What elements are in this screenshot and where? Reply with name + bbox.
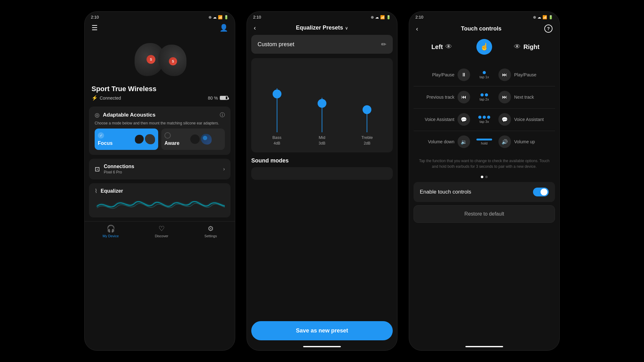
focus-mode-button[interactable]: ✓ Focus [95, 129, 158, 150]
left-prev-icon: ⏮ [458, 91, 470, 103]
preset-name: Custom preset [258, 41, 294, 48]
sound-mode-item [251, 167, 393, 180]
dot-2 [485, 176, 488, 178]
left-play-icon: ⏸ [458, 69, 470, 81]
aware-label: Aware [164, 140, 180, 146]
nav-discover[interactable]: ♡ Discover [155, 225, 168, 238]
focus-label: Focus [98, 140, 113, 146]
tap-3x-label: tap 3x [480, 120, 489, 123]
menu-icon[interactable]: ☰ [92, 24, 98, 32]
touch-back-button[interactable]: ‹ [416, 25, 418, 32]
enable-touch-toggle[interactable] [533, 188, 549, 196]
screen-touch-controls: 2:10 ⊕☁📶🔋 ‹ Touch controls ? Left 👁 [409, 11, 560, 351]
equalizer-icon: ⌇ [95, 188, 97, 195]
right-voice-label: Voice Assistant [511, 117, 555, 122]
finger-icon-wrap: ☝ [476, 39, 492, 55]
touch-col-headers: Left 👁 ☝ 👁 Right [409, 36, 559, 64]
status-icons-1: ⊕☁📶🔋 [208, 15, 229, 19]
connections-card[interactable]: ⊡ Connections Pixel 6 Pro › [89, 159, 230, 179]
aware-check [164, 132, 171, 139]
sound-modes-title: Sound modes [251, 157, 393, 164]
headphones-icon: 🎧 [107, 225, 115, 233]
sound-modes-section: Sound modes [247, 157, 397, 182]
right-col-label: Right [523, 43, 539, 51]
aware-icons [190, 134, 222, 145]
hold-indicator: hold [470, 139, 498, 145]
connections-chevron: › [223, 166, 225, 172]
connections-icon: ⊡ [95, 165, 100, 173]
eq-band-bass[interactable]: Bass 4dB [268, 64, 286, 148]
touch-header: ‹ Touch controls ? [409, 21, 559, 36]
help-icon[interactable]: ? [544, 25, 552, 33]
finger-icon: ☝ [480, 43, 489, 51]
aware-mode-button[interactable]: Aware [161, 129, 225, 150]
right-play-icon: ⏭ [498, 69, 511, 81]
status-bar-2: 2:10 ⊕☁📶🔋 [247, 12, 397, 21]
preset-card[interactable]: Custom preset ✏ [251, 35, 393, 54]
equalizer-title: Equalizer [101, 188, 123, 194]
bass-db: 4dB [274, 141, 280, 145]
focus-check: ✓ [98, 132, 104, 139]
nav-discover-label: Discover [155, 234, 168, 238]
left-col-label: Left [431, 43, 443, 51]
eq-band-treble[interactable]: Treble 2dB [358, 64, 376, 148]
earbud-right-image: S [158, 45, 186, 76]
left-vol-icon: 🔉 [458, 135, 470, 148]
save-preset-button[interactable]: Save as new preset [251, 321, 393, 340]
nav-my-device[interactable]: 🎧 My Device [103, 225, 119, 238]
left-prev-label: Previous track [414, 95, 458, 100]
right-voice-icon: 💬 [498, 113, 511, 126]
left-voice-icon: 💬 [458, 113, 470, 126]
mid-db: 3dB [319, 141, 325, 145]
info-icon[interactable]: ⓘ [220, 112, 225, 118]
right-next-label: Next track [511, 95, 555, 100]
left-vol-label: Volume down [414, 139, 458, 144]
nav-settings[interactable]: ⚙ Settings [204, 225, 217, 238]
edit-icon[interactable]: ✏ [381, 41, 386, 48]
screen-my-device: 2:10 ⊕☁📶🔋 ☰ 👤 S [84, 11, 235, 351]
touch-hint: Tap the function that you want to change… [409, 153, 559, 174]
touch-row-prev[interactable]: Previous track ⏮ tap 2x ⏭ Next track [409, 86, 559, 108]
left-col-header: Left 👁 [414, 43, 470, 55]
main-header-1: ☰ 👤 [85, 21, 235, 35]
right-ear-icon: 👁 [514, 43, 521, 51]
eq-visual[interactable]: Bass 4dB Mid 3dB Treble 2dB [251, 58, 393, 152]
device-name: Sport True Wireless [85, 85, 235, 95]
right-next-icon: ⏭ [498, 91, 511, 103]
touch-row-voice[interactable]: Voice Assistant 💬 tap 3x 💬 Voice Assista… [409, 109, 559, 130]
heart-icon: ♡ [158, 225, 165, 233]
eq-presets-title: Equalizer Presets [296, 25, 343, 31]
status-bar-1: 2:10 ⊕☁📶🔋 [85, 12, 235, 21]
tap-2x-indicator: tap 2x [470, 93, 498, 101]
acoustic-modes: ✓ Focus Aware [95, 129, 225, 150]
right-vol-label: Volume up [511, 139, 555, 144]
profile-icon[interactable]: 👤 [219, 24, 228, 32]
bottom-nav: 🎧 My Device ♡ Discover ⚙ Settings [85, 221, 235, 243]
acoustics-subtitle: Choose a mode below and then mount the m… [95, 121, 225, 125]
touch-row-play[interactable]: Play/Pause ⏸ tap 1x ⏭ Play/Pause [409, 64, 559, 85]
earbuds-image: S S [85, 35, 235, 85]
treble-db: 2dB [364, 141, 370, 145]
battery-status: 80 % [208, 96, 228, 101]
home-indicator-2 [303, 346, 341, 347]
touch-row-volume[interactable]: Volume down 🔉 hold 🔊 Volume up [409, 131, 559, 152]
gear-icon: ⚙ [208, 225, 214, 233]
screen-equalizer: 2:10 ⊕☁📶🔋 ‹ Equalizer Presets ∨ Custom p… [247, 11, 397, 351]
eq-presets-header: ‹ Equalizer Presets ∨ [247, 21, 397, 35]
eq-band-mid[interactable]: Mid 3dB [313, 64, 331, 148]
dropdown-arrow[interactable]: ∨ [345, 25, 348, 30]
home-indicator-3 [465, 346, 503, 347]
left-play-label: Play/Pause [414, 72, 458, 77]
right-play-label: Play/Pause [511, 72, 555, 77]
enable-touch-card: Enable touch controls [414, 182, 555, 202]
restore-default-button[interactable]: Restore to default [414, 205, 555, 223]
focus-icons [135, 134, 155, 144]
connection-status: ⚡ Connected [92, 95, 121, 101]
hold-label: hold [481, 141, 488, 145]
treble-label: Treble [361, 135, 373, 140]
status-bar-3: 2:10 ⊕☁📶🔋 [409, 12, 559, 21]
equalizer-card[interactable]: ⌇ Equalizer [89, 183, 230, 217]
mid-label: Mid [319, 135, 325, 140]
back-button[interactable]: ‹ [254, 24, 256, 31]
center-col: ☝ [470, 39, 498, 59]
